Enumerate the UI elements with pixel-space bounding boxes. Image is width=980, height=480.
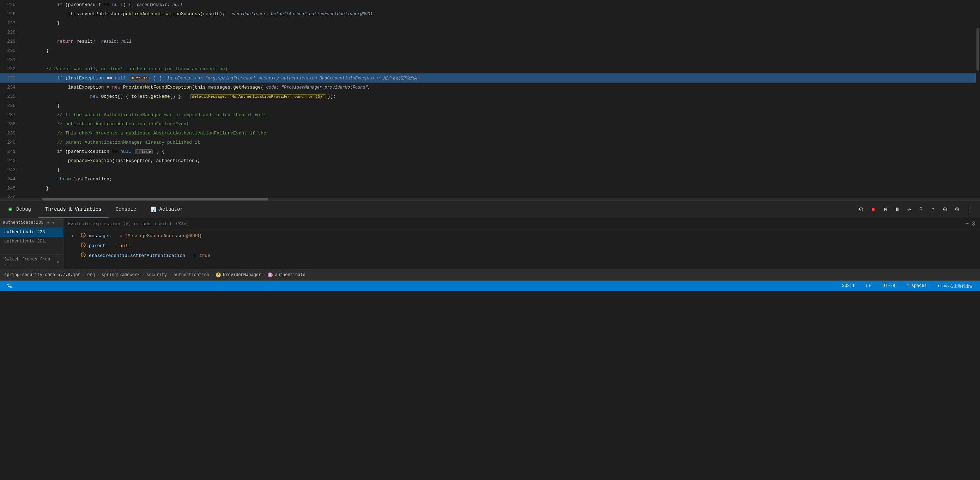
breadcrumb-sep-6: ›	[263, 273, 266, 277]
svg-point-17	[10, 287, 12, 288]
more-icon: ⋮	[966, 206, 972, 213]
line-content: throw lastException;	[21, 177, 980, 182]
tab-console[interactable]: Console	[109, 201, 143, 218]
add-watch-button[interactable]: +	[966, 220, 969, 227]
var-type-icon: i	[80, 252, 86, 259]
status-lf[interactable]: LF	[863, 281, 874, 291]
code-line-228[interactable]: 228	[0, 27, 980, 37]
tab-threads[interactable]: Threads & Variables	[38, 201, 109, 218]
breadcrumb-sep-2: ›	[97, 273, 99, 277]
breadcrumb-bar: spring-security-core-5.7.8.jar › org › s…	[0, 269, 980, 281]
status-csdn[interactable]: CSDN·右上角有通告	[935, 281, 976, 291]
tab-debug[interactable]: Debug	[0, 201, 38, 218]
svg-point-7	[944, 209, 945, 210]
line-content: // This check prevents a duplicate Abstr…	[21, 131, 980, 136]
code-line-225[interactable]: 225 if (parentResult == null) { parentRe…	[0, 0, 980, 9]
code-line-226[interactable]: 226 this.eventPublisher.publishAuthentic…	[0, 9, 980, 18]
method-icon: m	[268, 273, 273, 277]
code-line-236[interactable]: 236 }	[0, 101, 980, 110]
line-content: // parent AuthenticationManager already …	[21, 140, 980, 145]
var-item[interactable]: ieraseCredentialsAfterAuthentication= tr…	[64, 250, 980, 260]
scrollbar-thumb-vertical[interactable]	[977, 28, 979, 70]
breadcrumb-springframework[interactable]: springframework	[102, 273, 140, 277]
more-button[interactable]: ⋮	[964, 204, 974, 215]
svg-text:i: i	[82, 234, 84, 237]
code-line-233[interactable]: 233 if (lastException == null = false ) …	[0, 73, 980, 83]
code-line-245[interactable]: 245 }	[0, 183, 980, 193]
stepinto-button[interactable]	[916, 204, 926, 215]
tab-actuator[interactable]: 📊 Actuator	[143, 201, 190, 218]
line-number: 245	[0, 186, 21, 191]
dropdown-icon[interactable]: ▼	[52, 221, 55, 225]
line-col-label: 233:1	[842, 284, 855, 289]
debug-toolbar: Debug Threads & Variables Console 📊 Actu…	[0, 201, 980, 218]
code-line-246[interactable]: 246	[0, 193, 980, 198]
var-item[interactable]: iparent= null	[64, 241, 980, 250]
status-git[interactable]	[4, 281, 15, 291]
code-line-242[interactable]: 242 prepareException(lastException, auth…	[0, 156, 980, 165]
code-line-239[interactable]: 239 // This check prevents a duplicate A…	[0, 129, 980, 138]
run-to-cursor-button[interactable]	[940, 204, 950, 215]
code-line-244[interactable]: 244 throw lastException;	[0, 174, 980, 183]
stop-button[interactable]	[868, 204, 878, 215]
expr-actions: + ⚙	[966, 220, 976, 227]
line-number: 235	[0, 94, 21, 99]
frame-item-secondary[interactable]: authenticate:201,	[0, 237, 63, 246]
line-number: 228	[0, 30, 21, 35]
code-line-232[interactable]: 232 // Parent was null, or didn't authen…	[0, 64, 980, 73]
code-line-241[interactable]: 241 if (parentException == null = true )…	[0, 147, 980, 156]
code-line-230[interactable]: 230 }	[0, 46, 980, 55]
code-line-240[interactable]: 240 // parent AuthenticationManager alre…	[0, 138, 980, 147]
debugger-panel: authenticate:233 ▼ ▼ authenticate:233 au…	[0, 218, 980, 269]
code-editor[interactable]: 225 if (parentResult == null) { parentRe…	[0, 0, 980, 198]
stepover-button[interactable]	[904, 204, 915, 215]
status-line-col[interactable]: 233:1	[839, 281, 858, 291]
code-line-227[interactable]: 227 }	[0, 18, 980, 27]
rerun-button[interactable]	[856, 204, 866, 215]
line-content: this.eventPublisher.publishAuthenticatio…	[21, 11, 980, 17]
vertical-scrollbar[interactable]	[976, 0, 980, 198]
code-line-229[interactable]: 229 return result; result: null	[0, 37, 980, 46]
var-name-label: messages	[89, 233, 111, 239]
switch-frames[interactable]: Switch frames from ... ✕	[0, 255, 63, 269]
line-content: // publish an AbstractAuthenticationFail…	[21, 121, 980, 127]
settings-icon[interactable]: ⚙	[971, 220, 976, 227]
code-line-238[interactable]: 238 // publish an AbstractAuthentication…	[0, 119, 980, 129]
resume-button[interactable]	[880, 204, 890, 215]
var-type-icon: i	[80, 242, 86, 249]
breadcrumb-org[interactable]: org	[87, 273, 95, 277]
status-indent[interactable]: 4 spaces	[904, 281, 929, 291]
breadcrumb-providerManager[interactable]: ProviderManager	[223, 273, 261, 277]
pause-button[interactable]	[892, 204, 902, 215]
expression-input[interactable]	[68, 221, 963, 226]
breadcrumb-security[interactable]: security	[146, 273, 167, 277]
status-encoding[interactable]: UTF-8	[880, 281, 898, 291]
code-line-234[interactable]: 234 lastException = new ProviderNotFound…	[0, 83, 980, 92]
mute-breakpoints-button[interactable]	[952, 204, 963, 215]
code-line-237[interactable]: 237 // If the parent AuthenticationManag…	[0, 110, 980, 119]
svg-rect-1	[872, 208, 875, 211]
breadcrumb-authentication[interactable]: authentication	[173, 273, 209, 277]
status-breadcrumb-path[interactable]	[19, 281, 25, 291]
status-bar: 233:1 LF UTF-8 4 spaces CSDN·右上角有通告	[0, 281, 980, 291]
stepout-button[interactable]	[928, 204, 939, 215]
status-left	[4, 281, 839, 291]
var-expand-icon[interactable]: ▶	[72, 234, 78, 238]
variables-list: ▶imessages= {MessageSourceAccessor@6960}…	[64, 230, 980, 269]
filter-icon[interactable]: ▼	[47, 221, 49, 225]
indent-label: 4 spaces	[906, 284, 927, 289]
tab-console-label: Console	[116, 206, 137, 212]
line-number: 238	[0, 121, 21, 127]
scrollbar-thumb[interactable]	[42, 198, 268, 201]
frame-item-active[interactable]: authenticate:233	[0, 228, 63, 237]
code-line-231[interactable]: 231	[0, 55, 980, 64]
var-value-label: = true	[194, 253, 210, 258]
var-item[interactable]: ▶imessages= {MessageSourceAccessor@6960}	[64, 231, 980, 241]
horizontal-scrollbar[interactable]	[0, 198, 980, 201]
close-icon[interactable]: ✕	[56, 259, 59, 265]
breadcrumb-authenticate[interactable]: authenticate	[275, 273, 305, 277]
code-line-235[interactable]: 235 new Object[] { toTest.getName() }, d…	[0, 92, 980, 101]
code-line-243[interactable]: 243 }	[0, 165, 980, 174]
line-number: 236	[0, 103, 21, 108]
breadcrumb-jar[interactable]: spring-security-core-5.7.8.jar	[4, 273, 80, 277]
